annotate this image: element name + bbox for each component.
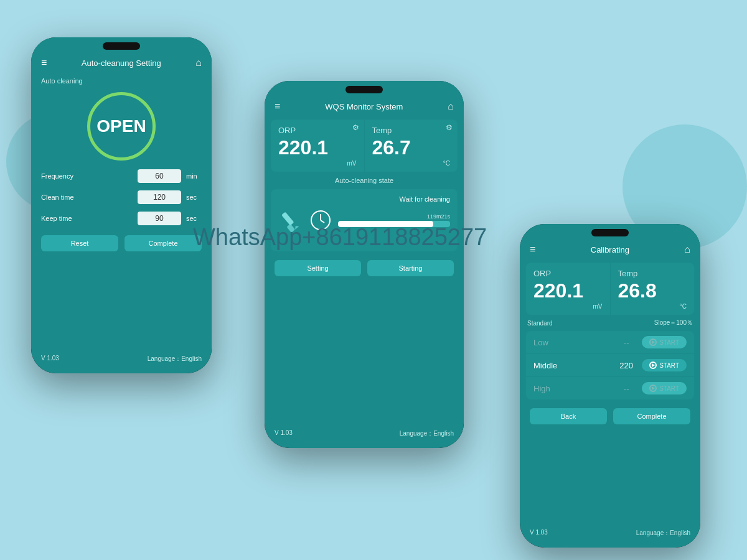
back-button[interactable]: Back: [530, 408, 607, 424]
phone-center: ≡ WQS Monitor System ⌂ ORP ⚙ 220.1 mV Te…: [265, 81, 464, 448]
phone-right-screen: ≡ Calibrating ⌂ ORP 220.1 mV Temp 26.8 °…: [520, 224, 700, 548]
keep-time-row: Keep time sec: [31, 208, 212, 229]
auto-cleaning-label: Auto cleaning: [31, 73, 212, 87]
frequency-input[interactable]: [138, 169, 181, 183]
temp-box-right: Temp 26.8 °C: [611, 263, 695, 315]
orp-unit-center: mV: [278, 160, 357, 167]
calib-row-middle: Middle 220 START: [526, 354, 694, 377]
start-circle-middle: [649, 362, 657, 369]
phone-left-title: Auto-cleanung Setting: [82, 58, 161, 68]
clean-time-row: Clean time sec: [31, 187, 212, 208]
right-readings-panel: ORP 220.1 mV Temp 26.8 °C: [526, 263, 694, 315]
calib-row-low: Low -- START: [526, 331, 694, 354]
frequency-unit: min: [186, 172, 202, 180]
open-text: OPEN: [96, 116, 146, 136]
temp-label-right: Temp: [618, 269, 638, 278]
menu-icon-left[interactable]: ≡: [41, 57, 47, 68]
phone-left: ≡ Auto-cleanung Setting ⌂ Auto cleaning …: [31, 37, 212, 373]
version-center: V 1.03: [275, 429, 293, 438]
slope-label: Slope＝100％: [654, 319, 693, 327]
watermark: WhatsApp+8619118825277: [193, 224, 487, 251]
standard-label: Standard: [527, 320, 553, 327]
orp-unit-right: mV: [533, 303, 603, 310]
start-circle-high: [649, 385, 657, 392]
phone-right-title: Calibrating: [591, 245, 629, 254]
wait-text: Wait for cleaning: [278, 195, 450, 203]
orp-label-right: ORP: [533, 269, 551, 278]
phone-center-title: WQS Monitor System: [325, 102, 403, 111]
menu-icon-right[interactable]: ≡: [530, 244, 535, 255]
complete-button-right[interactable]: Complete: [613, 408, 690, 424]
start-btn-middle[interactable]: START: [642, 359, 687, 371]
phone-left-screen: ≡ Auto-cleanung Setting ⌂ Auto cleaning …: [31, 37, 212, 373]
clean-time-unit: sec: [186, 194, 202, 201]
calib-middle-label: Middle: [533, 361, 611, 370]
phone-left-footer: V 1.03 Language：English: [31, 351, 212, 367]
starting-button[interactable]: Starting: [367, 260, 454, 276]
svg-line-5: [321, 220, 324, 223]
start-triangle-middle: [652, 363, 655, 367]
start-circle-low: [649, 338, 657, 346]
complete-button-left[interactable]: Complete: [125, 235, 202, 251]
state-section-label: Auto-cleaning state: [265, 174, 464, 187]
language-right: Language：English: [636, 529, 690, 538]
right-btn-row: Back Complete: [520, 402, 700, 431]
orp-label-center: ORP: [278, 126, 296, 135]
calib-high-label: High: [533, 384, 611, 393]
left-btn-row: Reset Complete: [31, 229, 212, 258]
phone-center-notch: [345, 86, 383, 93]
calib-low-label: Low: [533, 338, 611, 347]
version-left: V 1.03: [41, 355, 59, 363]
calib-row-high: High -- START: [526, 377, 694, 399]
temp-unit-center: °C: [372, 160, 451, 167]
open-circle[interactable]: OPEN: [87, 92, 156, 161]
calib-low-value: --: [611, 338, 642, 347]
standard-slope-row: Standard Slope＝100％: [520, 317, 700, 329]
home-icon-right[interactable]: ⌂: [684, 244, 690, 255]
phone-right-footer: V 1.03 Language：English: [520, 525, 700, 541]
temp-unit-right: °C: [618, 303, 687, 310]
menu-icon-center[interactable]: ≡: [275, 101, 280, 112]
start-triangle-high: [652, 386, 655, 390]
home-icon-center[interactable]: ⌂: [448, 101, 454, 112]
orp-gear-icon[interactable]: ⚙: [352, 123, 359, 132]
phone-right: ≡ Calibrating ⌂ ORP 220.1 mV Temp 26.8 °…: [520, 224, 700, 548]
keep-time-input[interactable]: [138, 212, 181, 225]
calib-high-value: --: [611, 384, 642, 393]
frequency-row: Frequency min: [31, 166, 212, 187]
center-readings-panel: ORP ⚙ 220.1 mV Temp ⚙ 26.7 °C: [271, 119, 458, 172]
start-btn-high[interactable]: START: [642, 382, 687, 394]
temp-value-center: 26.7: [372, 137, 451, 159]
language-left: Language：English: [148, 355, 202, 363]
orp-box-center: ORP ⚙ 220.1 mV: [271, 119, 365, 172]
keep-time-label: Keep time: [41, 215, 138, 222]
keep-time-unit: sec: [186, 215, 202, 222]
orp-box-right: ORP 220.1 mV: [526, 263, 611, 315]
orp-value-right: 220.1: [533, 280, 603, 302]
calib-middle-value: 220: [611, 361, 642, 370]
phone-center-footer: V 1.03 Language：English: [265, 426, 464, 442]
phone-left-notch: [103, 42, 140, 50]
center-btn-row: Setting Starting: [265, 254, 464, 282]
version-right: V 1.03: [530, 529, 548, 538]
phone-right-notch: [591, 229, 629, 236]
temp-box-center: Temp ⚙ 26.7 °C: [365, 119, 458, 172]
temp-value-right: 26.8: [618, 280, 687, 302]
language-center: Language：English: [400, 429, 454, 438]
progress-time: 119m21s: [338, 213, 450, 220]
reset-button[interactable]: Reset: [41, 235, 118, 251]
open-circle-container: OPEN: [31, 92, 212, 161]
clean-time-label: Clean time: [41, 194, 138, 201]
clean-time-input[interactable]: [138, 190, 181, 204]
temp-label-center: Temp: [372, 126, 392, 135]
phone-center-screen: ≡ WQS Monitor System ⌂ ORP ⚙ 220.1 mV Te…: [265, 81, 464, 448]
start-btn-low[interactable]: START: [642, 336, 687, 348]
home-icon-left[interactable]: ⌂: [195, 57, 202, 68]
calibration-table: Low -- START Middle 220 START: [526, 331, 694, 399]
start-triangle-low: [652, 340, 655, 344]
orp-value-center: 220.1: [278, 137, 357, 159]
frequency-label: Frequency: [41, 172, 138, 180]
temp-gear-icon[interactable]: ⚙: [446, 123, 453, 132]
setting-button[interactable]: Setting: [275, 260, 361, 276]
